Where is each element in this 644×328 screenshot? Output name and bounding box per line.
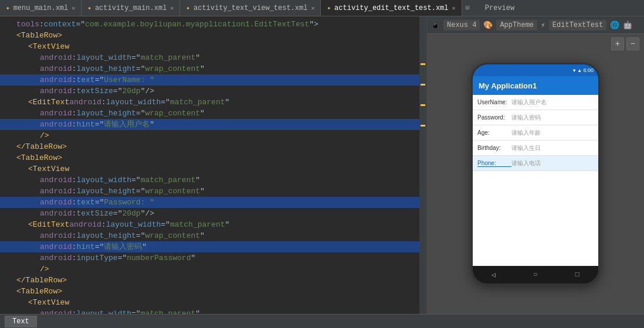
code-line: /> bbox=[0, 264, 426, 275]
close-icon[interactable]: ✕ bbox=[452, 5, 456, 12]
gutter bbox=[419, 16, 426, 314]
main-area: tools:context="com.example.boyliupan.mya… bbox=[0, 16, 644, 314]
form-hint-username: 请输入用户名 bbox=[511, 98, 547, 107]
code-line: /> bbox=[0, 130, 426, 141]
form-row-password: Password: 请输入密码 bbox=[473, 110, 598, 125]
wifi-icon: ▼ bbox=[573, 68, 576, 73]
zoom-controls: + − bbox=[611, 37, 639, 50]
code-line: <TextView bbox=[0, 297, 426, 308]
form-row-username: UserName: 请输入用户名 bbox=[473, 95, 598, 110]
gutter-mark bbox=[421, 104, 425, 106]
phone-toolbar: My Application1 bbox=[473, 76, 598, 95]
preview-toolbar: 📱 Nexus 4 🎨 AppTheme ⚡ EditTextTest 🌐 🤖 bbox=[427, 16, 644, 34]
activity-label[interactable]: EditTextTest bbox=[549, 20, 606, 30]
code-line: android:layout_width="match_parent" bbox=[0, 308, 426, 314]
phone-nav-bar: ◁ ○ □ bbox=[473, 266, 598, 283]
code-line: <TableRow> bbox=[0, 30, 426, 41]
code-line: <TableRow> bbox=[0, 286, 426, 297]
tab-text-view-test[interactable]: ✦ activity_text_view_test.xml ✕ bbox=[180, 0, 321, 16]
form-hint-password: 请输入密码 bbox=[511, 114, 541, 122]
code-line: android:textSize="20dp"/> bbox=[0, 86, 426, 97]
close-icon[interactable]: ✕ bbox=[72, 5, 75, 12]
phone-status-bar: ▼ ▲ 6:00 bbox=[473, 64, 598, 76]
code-line: <TextView bbox=[0, 41, 426, 52]
code-line: android:inputType="numberPassword" bbox=[0, 252, 426, 264]
signal-icon: ▲ bbox=[578, 68, 581, 73]
back-button[interactable]: ◁ bbox=[488, 269, 500, 281]
xml-icon: ✦ bbox=[87, 4, 91, 12]
form-label-username: UserName: bbox=[477, 99, 511, 105]
close-icon[interactable]: ✕ bbox=[311, 5, 314, 12]
tab-label: activity_main.xml bbox=[95, 4, 167, 12]
recents-button[interactable]: □ bbox=[571, 269, 583, 281]
code-line-highlighted: android:text="Password: " bbox=[0, 197, 426, 208]
android-icon: 🤖 bbox=[623, 20, 632, 30]
status-time: 6:00 bbox=[583, 67, 594, 73]
code-line: tools:context="com.example.boyliupan.mya… bbox=[0, 19, 426, 30]
form-label-phone: Phone: bbox=[477, 160, 511, 167]
tab-edit-text-test[interactable]: ✦ activity_edit_text_test.xml ✕ bbox=[321, 0, 462, 16]
code-line: android:layout_width="match_parent" bbox=[0, 52, 426, 63]
code-line: android:layout_height="wrap_content" bbox=[0, 186, 426, 197]
form-label-birthday: Birthday: bbox=[477, 145, 511, 151]
tab-label: activity_text_view_test.xml bbox=[194, 4, 307, 12]
tab-bar: ✦ menu_main.xml ✕ ✦ activity_main.xml ✕ … bbox=[0, 0, 644, 16]
tab-label: activity_edit_text_test.xml bbox=[334, 4, 448, 12]
tab-menu-main[interactable]: ✦ menu_main.xml ✕ bbox=[0, 0, 82, 16]
form-row-phone: Phone: 请输入电话 bbox=[473, 156, 598, 171]
home-button[interactable]: ○ bbox=[530, 269, 541, 281]
phone-app-title: My Application1 bbox=[479, 81, 537, 90]
code-line: android:layout_height="wrap_content" bbox=[0, 230, 426, 241]
theme-label[interactable]: AppTheme bbox=[496, 20, 537, 30]
activity-icon: ⚡ bbox=[541, 20, 545, 30]
tab-split-icon: ⊞ bbox=[462, 4, 473, 12]
device-label[interactable]: Nexus 4 bbox=[443, 20, 480, 30]
code-line: android:layout_height="wrap_content" bbox=[0, 108, 426, 119]
form-label-password: Password: bbox=[477, 114, 511, 121]
phone-frame: ▼ ▲ 6:00 My Application1 UserName: 请输入用户… bbox=[471, 63, 600, 285]
palette-icon: 🎨 bbox=[483, 20, 493, 30]
tab-label: menu_main.xml bbox=[13, 4, 69, 12]
status-bar: Text bbox=[0, 314, 644, 328]
xml-icon: ✦ bbox=[327, 4, 331, 12]
code-content: tools:context="com.example.boyliupan.mya… bbox=[0, 16, 426, 314]
code-line: <EditText android:layout_width="match_pa… bbox=[0, 219, 426, 230]
preview-area: + − ▼ ▲ 6:00 My Application1 UserName: bbox=[427, 34, 644, 314]
right-pane: 📱 Nexus 4 🎨 AppTheme ⚡ EditTextTest 🌐 🤖 … bbox=[427, 16, 644, 314]
code-line: </TableRow> bbox=[0, 275, 426, 286]
tab-preview[interactable]: Preview bbox=[478, 0, 521, 16]
device-icon: 📱 bbox=[431, 20, 440, 30]
globe-icon: 🌐 bbox=[610, 20, 619, 30]
code-line: <EditText android:layout_width="match_pa… bbox=[0, 97, 426, 108]
form-row-age: Age: 请输入年龄 bbox=[473, 125, 598, 141]
code-line-highlighted: android:hint="请输入用户名" bbox=[0, 119, 426, 130]
code-line-highlighted: android:hint="请输入密码" bbox=[0, 241, 426, 252]
code-line: <TextView bbox=[0, 163, 426, 175]
form-label-age: Age: bbox=[477, 129, 511, 136]
zoom-in-button[interactable]: + bbox=[611, 37, 624, 50]
status-tab-text[interactable]: Text bbox=[5, 316, 37, 327]
code-line: </TableRow> bbox=[0, 141, 426, 152]
xml-icon: ✦ bbox=[186, 4, 190, 12]
code-line: <TableRow> bbox=[0, 152, 426, 163]
phone-content: UserName: 请输入用户名 Password: 请输入密码 Age: 请输… bbox=[473, 95, 598, 266]
form-row-birthday: Birthday: 请输入生日 bbox=[473, 141, 598, 156]
gutter-mark bbox=[421, 63, 425, 65]
zoom-out-button[interactable]: − bbox=[626, 37, 639, 50]
close-icon[interactable]: ✕ bbox=[170, 5, 174, 12]
code-line: android:textSize="20dp"/> bbox=[0, 208, 426, 219]
status-tab-label: Text bbox=[12, 317, 29, 326]
gutter-mark bbox=[421, 125, 425, 127]
form-hint-age: 请输入年龄 bbox=[511, 129, 541, 137]
form-hint-birthday: 请输入生日 bbox=[511, 144, 541, 152]
editor-pane[interactable]: tools:context="com.example.boyliupan.mya… bbox=[0, 16, 427, 314]
code-line-highlighted: android:text="UserName: " bbox=[0, 74, 426, 86]
gutter-mark bbox=[421, 84, 425, 86]
form-hint-phone: 请输入电话 bbox=[511, 159, 541, 168]
tab-activity-main[interactable]: ✦ activity_main.xml ✕ bbox=[82, 0, 180, 16]
xml-icon: ✦ bbox=[6, 4, 10, 12]
code-line: android:layout_height="wrap_content" bbox=[0, 63, 426, 74]
code-line: android:layout_width="match_parent" bbox=[0, 175, 426, 186]
